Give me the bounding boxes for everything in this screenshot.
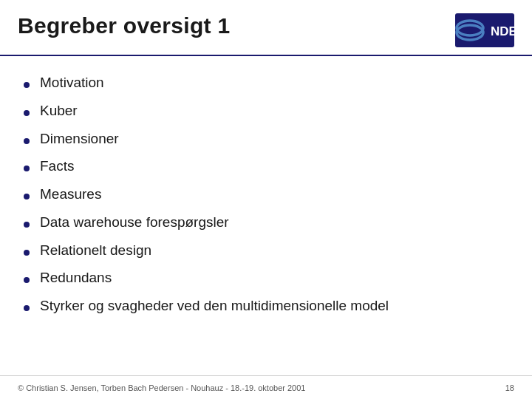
list-item: Kuber	[24, 102, 508, 120]
list-item: Redundans	[24, 269, 508, 287]
bullet-text: Measures	[40, 185, 101, 203]
slide: Begreber oversigt 1 NDB Motivation Kuber…	[0, 0, 532, 399]
bullet-dot	[24, 277, 30, 283]
ndb-logo: NDB	[455, 13, 514, 47]
slide-title: Begreber oversigt 1	[18, 13, 230, 38]
bullet-dot	[24, 82, 30, 88]
list-item: Measures	[24, 185, 508, 203]
bullet-text: Data warehouse forespørgsler	[40, 214, 229, 231]
bullet-dot	[24, 222, 30, 228]
bullet-list: Motivation Kuber Dimensioner Facts Measu…	[24, 74, 508, 325]
bullet-text: Relationelt design	[40, 242, 151, 259]
list-item: Styrker og svagheder ved den multidimens…	[24, 297, 508, 315]
bullet-dot	[24, 166, 30, 171]
bullet-text: Motivation	[40, 74, 104, 92]
list-item: Dimensioner	[24, 130, 508, 148]
bullet-dot	[24, 194, 30, 200]
slide-content: Motivation Kuber Dimensioner Facts Measu…	[0, 59, 532, 399]
bullet-text: Kuber	[40, 102, 78, 120]
list-item: Data warehouse forespørgsler	[24, 214, 508, 231]
bullet-dot	[24, 250, 30, 256]
bullet-dot	[24, 110, 30, 116]
bullet-text: Facts	[40, 157, 74, 175]
svg-text:NDB: NDB	[491, 24, 514, 38]
footer-page-number: 18	[505, 383, 514, 392]
bullet-dot	[24, 305, 30, 311]
footer-copyright: © Christian S. Jensen, Torben Bach Peder…	[18, 383, 305, 392]
list-item: Facts	[24, 157, 508, 175]
list-item: Motivation	[24, 74, 508, 92]
bullet-text: Styrker og svagheder ved den multidimens…	[40, 297, 389, 315]
bullet-text: Dimensioner	[40, 130, 119, 148]
bullet-text: Redundans	[40, 269, 112, 287]
bullet-dot	[24, 138, 30, 144]
list-item: Relationelt design	[24, 242, 508, 259]
slide-header: Begreber oversigt 1 NDB	[0, 0, 532, 56]
slide-footer: © Christian S. Jensen, Torben Bach Peder…	[0, 375, 532, 399]
